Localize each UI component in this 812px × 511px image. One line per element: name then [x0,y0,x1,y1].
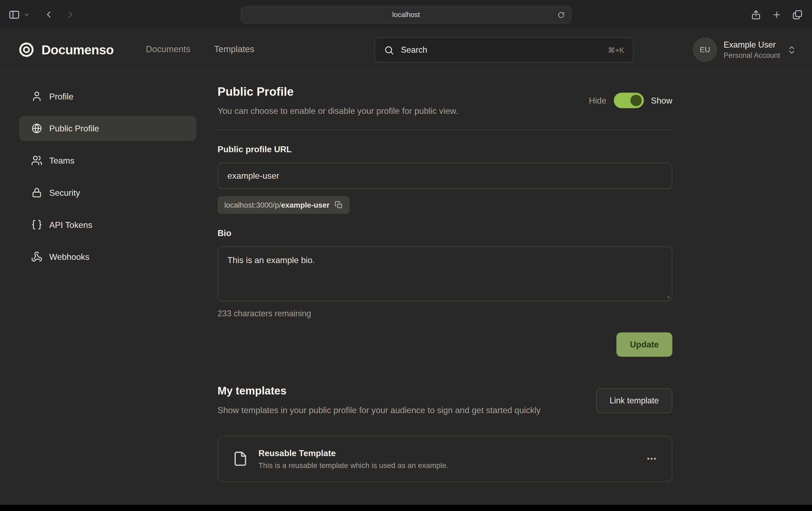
account-info: Example User Personal Account [724,40,780,59]
visibility-toggle-row: Hide Show [589,93,672,108]
section-divider [218,129,672,130]
templates-title-block: My templates Show templates in your publ… [218,385,541,417]
sidebar-item-public-profile[interactable]: Public Profile [19,116,196,141]
lock-icon [31,187,42,198]
new-tab-icon[interactable] [772,9,781,19]
page-subtitle: You can choose to enable or disable your… [218,106,458,116]
settings-sidebar: Profile Public Profile Teams Security AP… [0,71,218,482]
app-header: Documenso Documents Templates Search ⌘+K… [0,29,812,71]
braces-icon [31,219,42,230]
sidebar-item-security[interactable]: Security [19,180,196,205]
my-templates-description: Show templates in your public profile fo… [218,403,541,417]
sidebar-item-teams[interactable]: Teams [19,148,196,173]
sidebar-item-label: Teams [49,155,75,165]
chevrons-up-down-icon [787,45,796,55]
sidebar-toggle-icon[interactable] [8,9,20,21]
public-url-label: Public profile URL [218,144,672,154]
copy-link-button[interactable] [335,201,343,209]
screenshot-stage: localhost Documenso Documents Templates [0,0,812,511]
bio-textarea[interactable] [218,247,672,301]
app-window: Documenso Documents Templates Search ⌘+K… [0,29,812,505]
toolbar-chevron-down-icon[interactable] [24,11,29,17]
sidebar-item-label: Profile [49,91,74,101]
avatar-initials: EU [700,46,710,54]
browser-toolbar: localhost [0,0,812,29]
account-name: Example User [724,40,780,49]
reload-icon[interactable] [557,11,565,19]
sidebar-item-label: Security [49,188,80,198]
search-placeholder: Search [401,46,427,55]
toggle-knob [630,95,642,106]
brand-name: Documenso [41,42,114,57]
account-type: Personal Account [724,51,780,59]
sidebar-item-label: API Tokens [49,220,92,230]
template-name: Reusable Template [259,448,448,458]
address-bar-url: localhost [392,11,420,19]
profile-link-prefix: localhost:3000/p/ [224,201,281,209]
file-icon [233,451,248,467]
resize-handle-icon[interactable] [665,293,670,299]
toggle-hide-label: Hide [589,95,606,105]
tabs-overview-icon[interactable] [792,9,803,20]
template-card: Reusable Template This is a reusable tem… [218,436,672,482]
back-icon[interactable] [44,9,54,20]
template-description: This is a reusable template which is use… [259,461,448,470]
profile-link-slug: example-user [281,201,329,209]
sidebar-item-profile[interactable]: Profile [19,84,196,109]
link-template-button[interactable]: Link template [596,389,672,413]
forward-icon[interactable] [65,9,76,20]
template-info: Reusable Template This is a reusable tem… [259,448,448,470]
search-shortcut: ⌘+K [608,46,624,54]
update-button[interactable]: Update [616,332,672,357]
copy-icon [335,201,343,209]
avatar: EU [693,38,717,62]
account-menu[interactable]: EU Example User Personal Account [693,38,796,62]
app-body: Profile Public Profile Teams Security AP… [0,71,812,482]
webhook-icon [31,251,42,263]
profile-link-pill[interactable]: localhost:3000/p/example-user [218,196,350,214]
top-nav: Documents Templates [146,44,254,55]
sidebar-item-label: Public Profile [49,124,99,133]
sidebar-item-webhooks[interactable]: Webhooks [19,244,196,269]
section-title-block: Public Profile You can choose to enable … [218,85,458,116]
search-input[interactable]: Search ⌘+K [375,37,634,63]
share-icon[interactable] [751,9,761,20]
bio-label: Bio [218,229,672,238]
public-profile-settings: Public Profile You can choose to enable … [218,71,672,482]
profile-link-text: localhost:3000/p/example-user [224,201,329,209]
ellipsis-icon [646,453,657,464]
search-icon [384,45,394,55]
my-templates-title: My templates [218,385,541,397]
sidebar-item-label: Webhooks [49,252,90,262]
public-url-input[interactable] [218,162,672,189]
profile-visibility-toggle[interactable] [614,93,644,108]
address-bar[interactable]: localhost [241,6,571,23]
characters-remaining: 233 characters remaining [218,309,672,318]
page-title: Public Profile [218,85,458,99]
nav-link-templates[interactable]: Templates [214,44,254,55]
toggle-show-label: Show [651,95,672,105]
nav-link-documents[interactable]: Documents [146,44,191,55]
documenso-logo-icon [17,40,36,59]
globe-icon [31,123,42,134]
sidebar-item-api-tokens[interactable]: API Tokens [19,212,196,237]
users-icon [31,155,42,166]
template-menu-button[interactable] [646,453,657,464]
brand[interactable]: Documenso [0,40,114,59]
user-icon [31,91,42,102]
